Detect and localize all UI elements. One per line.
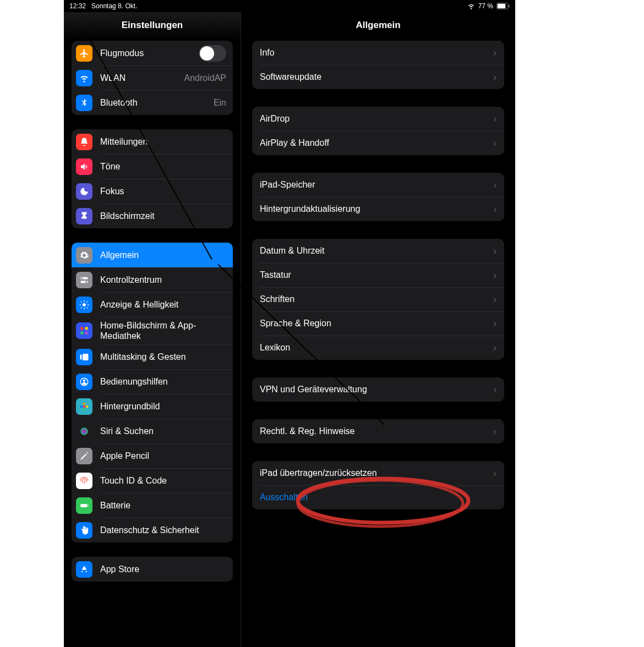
sidebar-item-display[interactable]: Anzeige & Helligkeit bbox=[72, 292, 233, 317]
detail-row-dictionary[interactable]: Lexikon› bbox=[252, 336, 504, 360]
appstore-icon bbox=[76, 561, 92, 578]
chevron-right-icon: › bbox=[493, 468, 496, 479]
detail-row-fonts[interactable]: Schriften› bbox=[252, 287, 504, 311]
detail-group: Datum & Uhrzeit›Tastatur›Schriften›Sprac… bbox=[252, 239, 504, 360]
detail-row-language[interactable]: Sprache & Region› bbox=[252, 311, 504, 336]
svg-rect-20 bbox=[80, 354, 82, 359]
detail-pane: Allgemein Info›Softwareupdate›AirDrop›Ai… bbox=[241, 12, 515, 647]
svg-line-15 bbox=[87, 301, 88, 303]
detail-row-transfer[interactable]: iPad übertragen/zurücksetzen› bbox=[252, 461, 504, 485]
svg-point-26 bbox=[86, 405, 89, 408]
sidebar-item-label: Allgemein bbox=[100, 250, 226, 260]
sidebar-item-controlcenter[interactable]: Kontrollzentrum bbox=[72, 267, 233, 292]
detail-scroll[interactable]: Info›Softwareupdate›AirDrop›AirPlay & Ha… bbox=[241, 41, 515, 647]
svg-rect-2 bbox=[509, 4, 510, 7]
wifi-icon bbox=[76, 70, 92, 86]
chevron-right-icon: › bbox=[493, 179, 496, 191]
status-date: Sonntag 8. Okt. bbox=[91, 2, 137, 10]
fingerprint-icon bbox=[76, 473, 92, 489]
svg-point-29 bbox=[80, 427, 88, 435]
svg-line-13 bbox=[87, 307, 88, 308]
sidebar-item-label: Anzeige & Helligkeit bbox=[100, 299, 226, 310]
sidebar-item-accessibility[interactable]: Bedienungshilfen bbox=[72, 369, 233, 394]
detail-row-airplay[interactable]: AirPlay & Handoff› bbox=[252, 131, 504, 155]
sidebar-item-wlan[interactable]: WLANAndroidAP bbox=[72, 65, 233, 90]
sidebar-item-homescreen[interactable]: Home-Bildschirm & App-Mediathek bbox=[72, 317, 233, 344]
switches-icon bbox=[76, 272, 92, 288]
detail-row-label: Info bbox=[260, 48, 493, 58]
pencil-icon bbox=[76, 448, 92, 464]
detail-group: VPN und Geräteverwaltung› bbox=[252, 377, 504, 402]
sidebar-item-label: Bildschirmzeit bbox=[100, 211, 226, 221]
svg-point-5 bbox=[81, 277, 83, 279]
sidebar-item-siri[interactable]: Siri & Suchen bbox=[72, 419, 233, 443]
sidebar-group: AllgemeinKontrollzentrumAnzeige & Hellig… bbox=[72, 243, 233, 542]
detail-row-label: VPN und Geräteverwaltung bbox=[260, 385, 493, 394]
svg-line-14 bbox=[81, 307, 82, 308]
chevron-right-icon: › bbox=[493, 245, 496, 257]
grid-icon bbox=[76, 322, 92, 339]
detail-row-keyboard[interactable]: Tastatur› bbox=[252, 263, 504, 287]
airplane-icon bbox=[76, 45, 92, 62]
detail-row-info[interactable]: Info› bbox=[252, 41, 504, 65]
detail-row-label: iPad übertragen/zurücksetzen bbox=[260, 468, 493, 478]
sidebar-item-label: Töne bbox=[100, 161, 226, 172]
sidebar-item-airplane[interactable]: Flugmodus bbox=[72, 41, 233, 65]
detail-group: iPad-Speicher›Hintergrundaktualisierung› bbox=[252, 173, 504, 221]
detail-row-label: AirPlay & Handoff bbox=[260, 138, 493, 148]
bluetooth-icon bbox=[76, 95, 92, 111]
detail-group: Info›Softwareupdate› bbox=[252, 41, 504, 89]
detail-row-label: Hintergrundaktualisierung bbox=[260, 204, 493, 214]
toggle-airplane[interactable] bbox=[199, 45, 226, 62]
sidebar-item-battery[interactable]: Batterie bbox=[72, 493, 233, 518]
detail-group: Rechtl. & Reg. Hinweise› bbox=[252, 419, 504, 443]
detail-row-label: Lexikon bbox=[260, 343, 493, 353]
sidebar-item-detail: AndroidAP bbox=[184, 73, 227, 83]
chevron-right-icon: › bbox=[493, 138, 496, 149]
sidebar-item-screentime[interactable]: Bildschirmzeit bbox=[72, 204, 233, 228]
status-bar: 12:32 Sonntag 8. Okt. 77 % bbox=[64, 0, 515, 12]
sidebar-item-wallpaper[interactable]: Hintergrundbild bbox=[72, 394, 233, 419]
svg-point-25 bbox=[83, 402, 86, 405]
svg-rect-31 bbox=[88, 505, 89, 506]
detail-row-vpn[interactable]: VPN und Geräteverwaltung› bbox=[252, 377, 504, 402]
device-frame: 12:32 Sonntag 8. Okt. 77 % Einstellungen… bbox=[64, 0, 515, 647]
chevron-right-icon: › bbox=[493, 270, 496, 281]
detail-row-label: Rechtl. & Reg. Hinweise bbox=[260, 426, 493, 436]
sidebar-item-pencil[interactable]: Apple Pencil bbox=[72, 443, 233, 468]
sidebar-item-notifications[interactable]: Mitteilungen bbox=[72, 129, 233, 154]
detail-row-softwareupdate[interactable]: Softwareupdate› bbox=[252, 65, 504, 89]
sidebar-item-multitasking[interactable]: Multitasking & Gesten bbox=[72, 344, 233, 369]
sidebar-item-label: Batterie bbox=[100, 500, 226, 511]
chevron-right-icon: › bbox=[493, 72, 496, 83]
battery-icon bbox=[76, 497, 92, 514]
detail-row-storage[interactable]: iPad-Speicher› bbox=[252, 173, 504, 197]
detail-row-bgrefresh[interactable]: Hintergrundaktualisierung› bbox=[252, 197, 504, 221]
sidebar-item-label: Fokus bbox=[100, 186, 226, 196]
sidebar-item-general[interactable]: Allgemein bbox=[72, 243, 233, 267]
sidebar-group: MitteilungenTöneFokusBildschirmzeit bbox=[72, 129, 233, 228]
person-icon bbox=[76, 374, 92, 390]
detail-row-legal[interactable]: Rechtl. & Reg. Hinweise› bbox=[252, 419, 504, 443]
detail-row-label: Ausschalten bbox=[260, 492, 496, 502]
sidebar-item-focus[interactable]: Fokus bbox=[72, 179, 233, 204]
sidebar-item-label: Apple Pencil bbox=[100, 451, 226, 461]
sidebar-item-appstore[interactable]: App Store bbox=[72, 557, 233, 582]
detail-row-datetime[interactable]: Datum & Uhrzeit› bbox=[252, 239, 504, 263]
sidebar-title: Einstellungen bbox=[64, 12, 241, 41]
sidebar-item-bluetooth[interactable]: BluetoothEin bbox=[72, 90, 233, 115]
battery-icon bbox=[496, 3, 510, 9]
sidebar-item-privacy[interactable]: Datenschutz & Sicherheit bbox=[72, 518, 233, 542]
detail-row-label: Softwareupdate bbox=[260, 72, 493, 82]
svg-point-28 bbox=[80, 405, 83, 408]
detail-row-airdrop[interactable]: AirDrop› bbox=[252, 107, 504, 131]
wifi-icon bbox=[467, 2, 475, 10]
sidebar-item-label: Bedienungshilfen bbox=[100, 376, 226, 387]
bell-icon bbox=[76, 134, 92, 150]
detail-row-label: AirDrop bbox=[260, 114, 493, 124]
sidebar-item-label: Datenschutz & Sicherheit bbox=[100, 525, 226, 535]
detail-row-shutdown[interactable]: Ausschalten bbox=[252, 485, 504, 509]
sidebar-item-touchid[interactable]: Touch ID & Code bbox=[72, 468, 233, 493]
sidebar-item-sounds[interactable]: Töne bbox=[72, 154, 233, 179]
sidebar-scroll[interactable]: FlugmodusWLANAndroidAPBluetoothEinMittei… bbox=[64, 41, 241, 647]
